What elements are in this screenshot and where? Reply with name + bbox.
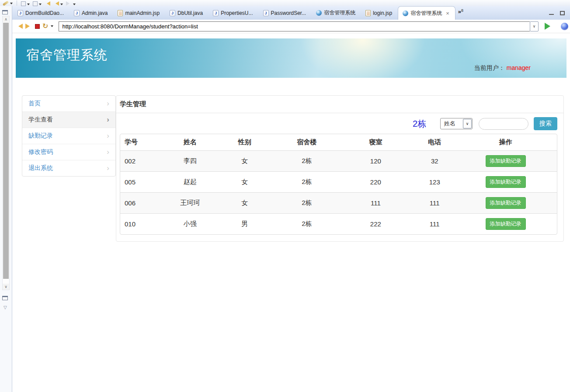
- current-user-label: 当前用户：: [474, 64, 505, 71]
- col-header-id: 学号: [120, 134, 168, 151]
- vertical-scrollbar[interactable]: ∧ ∨: [2, 16, 10, 290]
- nav-forward-icon[interactable]: [66, 1, 72, 6]
- jsp-file-icon: [118, 10, 123, 16]
- search-field-select[interactable]: 姓名 ∨: [440, 118, 473, 129]
- chevron-right-icon: ›: [107, 166, 109, 171]
- add-absence-button[interactable]: 添加缺勤记录: [486, 197, 526, 209]
- tab-label: mainAdmin.jsp: [125, 10, 160, 16]
- cell-building: 2栋: [278, 193, 337, 214]
- sidebar-item-home[interactable]: 首页›: [22, 96, 115, 112]
- close-icon[interactable]: ×: [446, 10, 449, 17]
- nav-back-history-icon[interactable]: [53, 1, 59, 6]
- external-browser-icon[interactable]: [561, 23, 568, 30]
- java-file-icon: J: [213, 10, 219, 16]
- browser-back-icon[interactable]: [16, 24, 23, 29]
- minimize-icon[interactable]: [549, 14, 554, 15]
- task-icon[interactable]: [21, 1, 26, 6]
- tab-label: Admin.java: [82, 10, 108, 16]
- nav-back-icon[interactable]: [45, 1, 50, 6]
- section-title: 学生管理: [116, 96, 563, 113]
- tab-login-jsp[interactable]: login.jsp: [361, 6, 398, 20]
- cell-phone: 32: [415, 151, 454, 172]
- cell-room: 111: [336, 193, 415, 214]
- tab-overflow-button[interactable]: »8: [455, 6, 465, 20]
- tab-dbutil-java[interactable]: JDbUtil.java: [165, 6, 209, 20]
- cell-room: 120: [336, 151, 415, 172]
- browser-stop-icon[interactable]: [35, 24, 40, 29]
- tab-dormbuilddao[interactable]: JDormBuildDao...: [13, 6, 70, 20]
- scrollbar-thumb[interactable]: [3, 23, 9, 279]
- table-row: 002 李四 女 2栋 120 32 添加缺勤记录: [120, 151, 557, 172]
- chevron-down-icon[interactable]: [73, 3, 76, 5]
- last-edit-location-icon[interactable]: [33, 1, 38, 6]
- cell-building: 2栋: [278, 172, 337, 193]
- sidebar-item-label: 缺勤记录: [28, 132, 53, 140]
- cell-id: 006: [120, 193, 168, 214]
- cell-name: 小强: [168, 214, 212, 235]
- restore-view-icon[interactable]: [2, 10, 8, 14]
- add-absence-button[interactable]: 添加缺勤记录: [486, 218, 526, 230]
- col-header-name: 姓名: [168, 134, 212, 151]
- tab-passwordser[interactable]: JPasswordSer...: [259, 6, 312, 20]
- search-button[interactable]: 搜索: [534, 117, 557, 130]
- sidebar-item-label: 学生查看: [28, 116, 53, 124]
- tab-browser-1[interactable]: 宿舍管理系统: [312, 6, 361, 20]
- url-input[interactable]: [59, 21, 530, 31]
- scroll-up-icon[interactable]: ∧: [3, 16, 9, 22]
- chevron-down-icon[interactable]: [60, 3, 63, 5]
- tab-label: DormBuildDao...: [25, 10, 64, 16]
- chevron-down-icon[interactable]: [51, 25, 53, 27]
- sidebar-item-absence[interactable]: 缺勤记录›: [22, 128, 115, 144]
- search-input[interactable]: [479, 118, 528, 130]
- overflow-chevrons-icon: »: [458, 8, 461, 15]
- browser-forward-icon[interactable]: [25, 24, 32, 29]
- browser-toolbar: ↻ ∨: [12, 20, 570, 33]
- tab-browser-2-active[interactable]: 宿舍管理系统×: [398, 6, 455, 20]
- chevron-right-icon: ›: [107, 117, 109, 122]
- tab-label: DbUtil.java: [177, 10, 203, 16]
- chevron-right-icon: ›: [107, 149, 109, 155]
- cell-building: 2栋: [278, 151, 337, 172]
- hidden-tab-count: 8: [461, 8, 463, 13]
- restore-view-icon[interactable]: [2, 296, 8, 300]
- go-icon[interactable]: [545, 23, 554, 30]
- tab-admin-java[interactable]: JAdmin.java: [70, 6, 113, 20]
- current-user: 当前用户：manager: [474, 64, 531, 72]
- sidebar-item-logout[interactable]: 退出系统›: [22, 160, 115, 176]
- chevron-down-icon[interactable]: [27, 3, 30, 5]
- editor-tab-bar: JDormBuildDao... JAdmin.java mainAdmin.j…: [12, 6, 570, 20]
- cell-name: 王珂珂: [168, 193, 212, 214]
- tab-propertiesu[interactable]: JPropertiesU...: [209, 6, 258, 20]
- left-trim-strip: ∧ ∨ ▽: [0, 6, 12, 392]
- col-header-actions: 操作: [454, 134, 557, 151]
- scroll-down-icon[interactable]: ∨: [3, 284, 9, 290]
- cell-phone: 111: [415, 193, 454, 214]
- tab-label: 宿舍管理系统: [324, 9, 355, 17]
- tab-label: PropertiesU...: [221, 10, 253, 16]
- browser-refresh-icon[interactable]: ↻: [42, 23, 48, 29]
- cell-gender: 男: [212, 214, 278, 235]
- maximize-icon[interactable]: [560, 11, 565, 15]
- cell-id: 005: [120, 172, 168, 193]
- view-menu-icon[interactable]: ▽: [3, 305, 7, 310]
- student-management-panel: 学生管理 2栋 姓名 ∨ 搜索 学号: [116, 95, 564, 242]
- url-dropdown-icon[interactable]: ∨: [530, 21, 539, 31]
- sidebar-item-label: 修改密码: [28, 148, 53, 156]
- cell-phone: 111: [415, 214, 454, 235]
- sidebar-item-password[interactable]: 修改密码›: [22, 144, 115, 160]
- tab-mainadmin-jsp[interactable]: mainAdmin.jsp: [113, 6, 165, 20]
- table-row: 010 小强 男 2栋 222 111 添加缺勤记录: [120, 214, 557, 235]
- add-absence-button[interactable]: 添加缺勤记录: [486, 155, 526, 167]
- cell-gender: 女: [212, 151, 278, 172]
- building-filter-link[interactable]: 2栋: [413, 118, 426, 130]
- sidebar-item-students[interactable]: 学生查看›: [22, 112, 115, 128]
- current-user-name: manager: [507, 64, 531, 71]
- chevron-right-icon: ›: [107, 133, 109, 139]
- select-dropdown-icon[interactable]: ∨: [463, 119, 472, 128]
- pen-icon[interactable]: [3, 0, 9, 6]
- chevron-down-icon[interactable]: [39, 3, 42, 5]
- tab-label: login.jsp: [373, 10, 392, 16]
- add-absence-button[interactable]: 添加缺勤记录: [486, 176, 526, 188]
- cell-name: 李四: [168, 151, 212, 172]
- chevron-down-icon[interactable]: [10, 3, 13, 4]
